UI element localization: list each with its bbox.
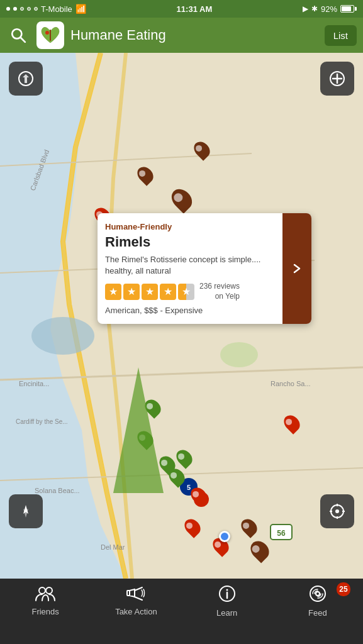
status-right: ▶ ✱ 92% [303,4,357,14]
feed-icon [309,585,327,605]
signal-dot-3 [20,7,24,11]
app-title: Humane Eating [70,27,318,43]
map-pin-green-4[interactable] [170,468,184,486]
wifi-icon: 📶 [75,4,86,14]
tab-take-action[interactable]: Take Action [91,585,181,616]
user-location-pin [219,531,230,542]
svg-text:Encinita...: Encinita... [19,380,49,387]
svg-text:56: 56 [277,529,286,538]
star-2: ★ [123,284,140,300]
svg-text:Solana Beac...: Solana Beac... [35,487,80,494]
filter-button[interactable] [9,62,43,96]
popup-rating-row: ★ ★ ★ ★ ★ 236 reviews on Yelp [105,282,275,301]
svg-point-11 [31,317,94,355]
tab-bar: Friends Take Action Learn 25 [0,579,363,644]
add-button[interactable] [320,62,354,96]
tab-friends[interactable]: Friends [0,585,91,616]
popup-meta: American, $$$ - Expensive [105,306,275,315]
popup-tag: Humane-Friendly [105,222,275,231]
signal-dot-5 [34,7,38,11]
tab-take-action-label: Take Action [115,607,157,616]
svg-text:Cardiff by the Se...: Cardiff by the Se... [16,418,68,425]
svg-point-43 [226,589,228,591]
feed-badge: 25 [337,582,350,596]
map-container[interactable]: Carlsbad Blvd Encinita... Cardiff by the… [0,53,363,579]
popup-card: Humane-Friendly Rimels The Rimel's Rotis… [98,213,311,324]
target-button[interactable] [320,494,354,528]
location-status-icon: ▶ [303,4,308,13]
popup-description: The Rimel's Rotisserie concept is simple… [105,254,275,277]
popup-next-button[interactable] [282,213,311,324]
signal-dot-2 [13,7,17,11]
megaphone-icon [126,585,146,604]
bluetooth-icon: ✱ [311,4,318,13]
friends-icon [35,585,55,604]
popup-name: Rimels [105,234,275,250]
svg-point-45 [316,592,320,596]
carrier-label: T-Mobile [41,4,72,14]
map-pin-brown-1[interactable] [195,141,209,158]
map-pin-brown-4[interactable] [252,540,268,560]
status-bar: T-Mobile 📶 11:31 AM ▶ ✱ 92% [0,0,363,18]
svg-marker-26 [23,74,29,83]
star-rating: ★ ★ ★ ★ ★ [105,284,194,300]
search-button[interactable] [6,23,30,47]
location-button[interactable] [9,494,43,528]
map-pin-green-5[interactable] [177,449,191,467]
popup-content: Humane-Friendly Rimels The Rimel's Rotis… [98,213,282,324]
tab-learn-label: Learn [216,608,237,618]
list-button[interactable]: List [325,25,357,46]
svg-rect-40 [127,591,130,596]
map-pin-red-2[interactable] [285,414,299,432]
svg-text:Del Mar: Del Mar [101,543,125,551]
svg-text:Rancho Sa...: Rancho Sa... [271,380,311,387]
tab-friends-label: Friends [31,607,59,616]
tab-feed-label: Feed [308,608,327,618]
star-5: ★ [178,284,194,300]
svg-marker-24 [113,367,164,493]
star-3: ★ [142,284,158,300]
signal-dot-4 [27,7,31,11]
map-pin-red-4[interactable] [186,518,199,536]
tab-learn[interactable]: Learn [182,585,272,618]
svg-point-33 [335,509,339,513]
status-left: T-Mobile 📶 [6,4,86,14]
signal-dot-1 [6,7,10,11]
star-1: ★ [105,284,121,300]
tab-feed[interactable]: 25 Feed [272,585,363,618]
map-green-zone [113,367,164,496]
app-logo [36,21,64,49]
battery-percent: 92% [321,4,337,14]
map-pin-brown-active[interactable] [173,188,191,211]
svg-line-1 [21,38,25,42]
svg-point-38 [39,587,45,594]
info-icon [218,585,236,605]
map-pin-red-3[interactable] [192,487,206,504]
svg-point-39 [46,587,52,594]
star-4: ★ [160,284,176,300]
status-time: 11:31 AM [177,4,213,14]
battery-icon [340,5,357,13]
reviews-text: 236 reviews on Yelp [199,282,240,301]
svg-text:5: 5 [187,484,191,491]
svg-point-2 [45,31,49,35]
app-header: Humane Eating List [0,18,363,53]
svg-point-10 [220,342,258,367]
map-pin-brown-2[interactable] [138,166,152,184]
map-pin-brown-3[interactable] [242,518,256,536]
